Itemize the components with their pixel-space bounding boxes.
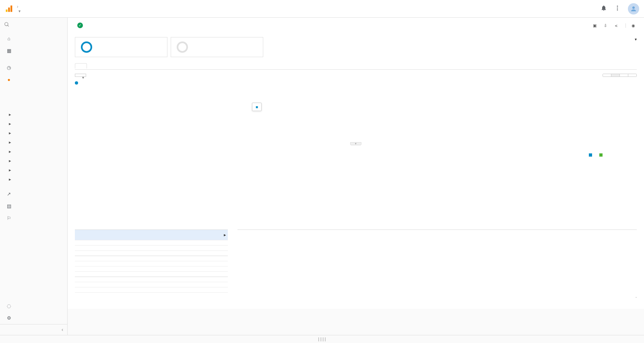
nav-home[interactable]: ⌂ [0, 33, 67, 45]
subnav-interests[interactable]: ▸ [0, 119, 67, 128]
dim-group-system [75, 251, 228, 256]
dim-screen-res[interactable] [75, 287, 228, 293]
view-title-selector[interactable]: ▾ [17, 9, 601, 13]
more-menu-icon[interactable] [614, 5, 621, 12]
chart-drag-handle[interactable]: ▾ [75, 140, 637, 146]
acquisition-icon: ↗ [6, 191, 12, 197]
svg-point-7 [5, 23, 8, 26]
caret-icon: ▸ [9, 140, 11, 145]
save-icon: ▣ [593, 23, 597, 28]
subnav-behavior[interactable]: ▸ [0, 138, 67, 147]
segment-all-users[interactable] [75, 37, 167, 57]
table-header [237, 225, 637, 230]
nav-conversions[interactable]: ⚐ [0, 212, 67, 224]
add-segment-button[interactable] [171, 37, 263, 57]
date-range-selector[interactable]: ▾ [633, 37, 637, 41]
caret-icon: ▸ [9, 130, 11, 136]
caret-icon: ▸ [9, 167, 11, 173]
metric-dropdown[interactable] [75, 74, 86, 77]
subnav-overview[interactable] [15, 86, 67, 90]
time-tab-week[interactable] [620, 74, 628, 76]
top-header: › ▾ [0, 0, 644, 18]
view-full-report [237, 230, 637, 236]
tab-overview[interactable] [75, 63, 87, 68]
nav-behavior[interactable]: ▤ [0, 200, 67, 212]
chevron-down-icon: ▾ [19, 9, 21, 13]
export-icon: ⇩ [604, 23, 607, 28]
share-button[interactable]: ⪪ [614, 23, 620, 28]
time-tab-month[interactable] [628, 74, 636, 76]
export-button[interactable]: ⇩ [604, 23, 609, 28]
intelligence-icon: ◉ [632, 23, 635, 28]
gear-icon: ⚙ [6, 315, 12, 321]
dim-country[interactable] [75, 240, 228, 246]
subnav-mobile[interactable]: ▸ [0, 156, 67, 165]
nav-discover[interactable]: ◌ [0, 300, 67, 312]
main-chart: ■ [75, 89, 637, 141]
svg-point-5 [617, 9, 618, 10]
dim-mobile-os[interactable] [75, 277, 228, 282]
swatch-returning-icon [599, 153, 603, 157]
audience-subnav [0, 86, 67, 110]
sidebar: ⌂ ▦ ◷ ● ▸ ▸ ▸ ▸ ▸ ▸ ▸ ▸ [0, 18, 68, 335]
top-icons [601, 3, 639, 14]
subnav-active-users[interactable] [15, 90, 67, 94]
main-content: ✓ ▣ ⇩ ⪪ ◉ [68, 18, 644, 335]
analytics-logo-icon [5, 5, 13, 13]
pie-chart [570, 160, 623, 212]
subnav-user-explorer[interactable] [15, 106, 67, 110]
svg-point-3 [617, 6, 618, 7]
collapse-sidebar-button[interactable]: ‹ [0, 324, 67, 335]
subnav-demographics[interactable]: ▸ [0, 110, 67, 119]
caret-icon: ▸ [9, 112, 11, 117]
dim-os[interactable] [75, 261, 228, 267]
caret-icon: ▸ [224, 232, 226, 238]
time-granularity-tabs [603, 74, 637, 77]
time-tab-hourly[interactable] [603, 74, 611, 76]
save-button[interactable]: ▣ [593, 23, 598, 28]
subnav-audiences[interactable] [15, 102, 67, 106]
nav-realtime[interactable]: ◷ [0, 62, 67, 74]
person-icon: ● [6, 77, 12, 83]
metric-selector-row [75, 70, 637, 81]
search-input[interactable] [13, 23, 63, 28]
verified-badge-icon: ✓ [77, 23, 83, 28]
customization-icon: ▦ [6, 48, 12, 54]
pie-section [556, 153, 637, 213]
dim-city[interactable] [75, 246, 228, 251]
notifications-icon[interactable] [601, 5, 607, 12]
intelligence-button[interactable]: ◉ [625, 23, 637, 28]
subnav-benchmarking[interactable]: ▸ [0, 175, 67, 184]
svg-line-8 [8, 25, 9, 27]
nav-audience[interactable]: ● [0, 74, 67, 86]
search-bar[interactable] [0, 18, 67, 33]
add-segment-circle-icon [177, 41, 188, 53]
segment-row: ▾ [75, 33, 637, 61]
nav-admin[interactable]: ⚙ [0, 312, 67, 324]
svg-rect-0 [6, 9, 8, 12]
subnav-lifetime-value[interactable] [15, 94, 67, 98]
dim-browser[interactable] [75, 256, 228, 261]
dim-sp[interactable] [75, 267, 228, 272]
page-header: ✓ ▣ ⇩ ⪪ ◉ [68, 18, 644, 33]
time-tab-day[interactable] [611, 74, 620, 76]
lightbulb-icon: ◌ [6, 303, 12, 309]
subnav-custom[interactable]: ▸ [0, 165, 67, 175]
subnav-users-flow[interactable] [0, 184, 67, 188]
behavior-icon: ▤ [6, 203, 12, 209]
segment-circle-icon [81, 41, 92, 53]
breadcrumb[interactable]: › [17, 4, 601, 9]
reports-label [0, 57, 67, 62]
chart-tooltip: ■ [252, 103, 262, 111]
nav-acquisition[interactable]: ↗ [0, 188, 67, 200]
dim-group-mobile [75, 272, 228, 277]
subnav-technology[interactable]: ▸ [0, 147, 67, 156]
nav-customization[interactable]: ▦ [0, 45, 67, 57]
metrics-row [75, 153, 637, 213]
home-icon: ⌂ [6, 36, 12, 41]
user-avatar[interactable] [628, 3, 639, 14]
dim-language[interactable]: ▸ [75, 230, 228, 240]
subnav-cohort[interactable] [15, 98, 67, 102]
dim-mobile-sp[interactable] [75, 282, 228, 287]
subnav-geo[interactable]: ▸ [0, 128, 67, 138]
